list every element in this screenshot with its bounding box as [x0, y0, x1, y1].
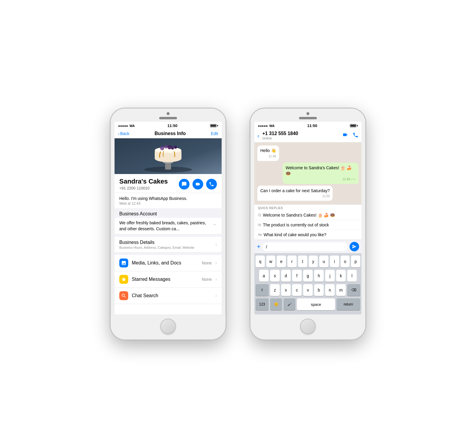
contact-name[interactable]: +1 312 555 1840 [262, 131, 339, 136]
check-marks-icon: ✓✓ [351, 178, 356, 181]
quick-replies-header: QUICK REPLIES [254, 205, 361, 210]
left-phone-top [111, 109, 226, 122]
key-y[interactable]: y [309, 256, 318, 267]
numbers-key[interactable]: 123 [256, 298, 269, 310]
keyboard-row-4: 123 😊 🎤 space return [256, 298, 360, 310]
right-phone-top [250, 109, 365, 122]
star-icon [119, 275, 128, 284]
msg-received-order: Can I order a cake for next Saturday? 11… [257, 186, 333, 201]
svg-point-8 [160, 146, 164, 150]
business-details-row[interactable]: Business Details Business Hours, Address… [115, 237, 222, 253]
qr-shortcut-1: /1 [258, 213, 261, 217]
svg-point-9 [164, 145, 168, 148]
keyboard-row-1: q w e r t y u i o p [256, 256, 360, 267]
media-links-row[interactable]: Media, Links, and Docs None › [115, 255, 222, 271]
key-k[interactable]: k [336, 270, 346, 282]
key-d[interactable]: d [281, 270, 291, 282]
home-button-left[interactable] [160, 319, 176, 334]
quick-reply-3[interactable]: /w What kind of cake would you like? [254, 230, 361, 240]
signal-dots-left: ●●●●● [118, 124, 128, 128]
msg-time-welcome: 11:49 ✓✓ [286, 177, 356, 181]
msg-time-order: 11:50 [260, 194, 330, 198]
key-c[interactable]: c [292, 284, 302, 296]
signal-left: ●●●●● WA [118, 124, 135, 128]
search-icon [119, 291, 128, 300]
key-w[interactable]: w [266, 256, 275, 267]
chat-back-button[interactable]: ‹ [257, 132, 259, 139]
key-b[interactable]: b [314, 284, 324, 296]
space-key[interactable]: space [297, 298, 335, 310]
business-hero-image [115, 138, 222, 174]
shift-key[interactable]: ⇧ [256, 284, 269, 296]
emoji-key[interactable]: 😊 [270, 298, 282, 310]
key-h[interactable]: h [314, 270, 324, 282]
chat-icon-button[interactable] [179, 179, 190, 189]
status-time: Wed at 12:43 [119, 201, 217, 206]
qr-shortcut-3: /w [258, 232, 262, 237]
key-g[interactable]: g [303, 270, 313, 282]
right-phone-screen: ●●●●● WA 11:50 ‹ +1 312 555 1840 online [254, 122, 361, 314]
key-q[interactable]: q [256, 256, 265, 267]
key-m[interactable]: m [336, 284, 346, 296]
back-chevron-icon: ‹ [118, 131, 120, 136]
business-name-area: Sandra's Cakes +91 2200 110010 [119, 178, 168, 190]
key-a[interactable]: a [259, 270, 269, 282]
media-icon [119, 259, 128, 267]
battery-right [350, 124, 358, 127]
key-n[interactable]: n [325, 284, 335, 296]
chat-input-field[interactable]: / [262, 242, 348, 251]
plus-button[interactable]: + [257, 243, 261, 250]
chat-messages-area: Hello 👋 11:49 Welcome to Sandra's Cakes!… [254, 142, 361, 204]
battery-fill-right [350, 125, 356, 127]
key-l[interactable]: l [347, 270, 357, 282]
business-phone: +91 2200 110010 [119, 186, 168, 190]
left-phone-screen: ●●●●● WA 11:50 ‹ Back Business Info [115, 122, 222, 314]
msg-sent-welcome: Welcome to Sandra's Cakes! 🎂 🍰 🍩 11:49 ✓… [283, 163, 358, 184]
chat-search-chevron-icon: › [215, 293, 217, 298]
starred-messages-row[interactable]: Starred Messages None › [115, 271, 222, 288]
quick-reply-1[interactable]: /1 Welcome to Sandra's Cakes! 🎂 🍰 🍩 [254, 210, 361, 220]
delete-key[interactable]: ⌫ [347, 284, 360, 296]
key-u[interactable]: u [319, 256, 328, 267]
phone-icon-button[interactable] [206, 179, 217, 189]
starred-chevron-icon: › [215, 277, 217, 282]
key-p[interactable]: p [351, 256, 360, 267]
chat-search-label: Chat Search [132, 293, 212, 298]
back-button[interactable]: ‹ Back [118, 131, 129, 136]
key-j[interactable]: j [325, 270, 335, 282]
key-z[interactable]: z [270, 284, 280, 296]
svg-point-12 [174, 146, 177, 149]
video-icon-button[interactable] [192, 179, 203, 189]
business-info-section: Sandra's Cakes +91 2200 110010 [115, 174, 222, 193]
send-button[interactable] [350, 242, 359, 251]
camera-dot-left [167, 112, 170, 115]
carrier-left: WA [129, 124, 135, 128]
carrier-right: WA [269, 124, 275, 128]
battery-tip-right [357, 125, 358, 126]
key-e[interactable]: e [277, 256, 286, 267]
phone-call-icon[interactable] [353, 132, 358, 140]
video-call-icon[interactable] [342, 132, 348, 140]
keyboard-row-2: a s d f g h j k l [256, 270, 360, 282]
key-v[interactable]: v [303, 284, 313, 296]
section-header-business-account: Business Account [115, 209, 222, 218]
back-label[interactable]: Back [120, 131, 129, 136]
phones-container: ●●●●● WA 11:50 ‹ Back Business Info [110, 90, 366, 358]
quick-reply-2[interactable]: /o The product is currently out of stock [254, 220, 361, 230]
home-button-right[interactable] [300, 319, 316, 334]
edit-button[interactable]: Edit [211, 131, 218, 136]
chat-search-row[interactable]: Chat Search › [115, 288, 222, 304]
chat-action-icons [342, 132, 358, 140]
key-t[interactable]: t [298, 256, 307, 267]
chat-input-bar: + / [254, 240, 361, 253]
speaker-bar-right [299, 117, 317, 119]
return-key[interactable]: return [336, 298, 360, 310]
key-o[interactable]: o [341, 256, 350, 267]
key-r[interactable]: r [287, 256, 297, 267]
mic-key[interactable]: 🎤 [284, 298, 295, 310]
key-x[interactable]: x [281, 284, 291, 296]
right-phone: ●●●●● WA 11:50 ‹ +1 312 555 1840 online [250, 108, 366, 340]
key-i[interactable]: i [330, 256, 339, 267]
key-f[interactable]: f [292, 270, 302, 282]
key-s[interactable]: s [270, 270, 280, 282]
